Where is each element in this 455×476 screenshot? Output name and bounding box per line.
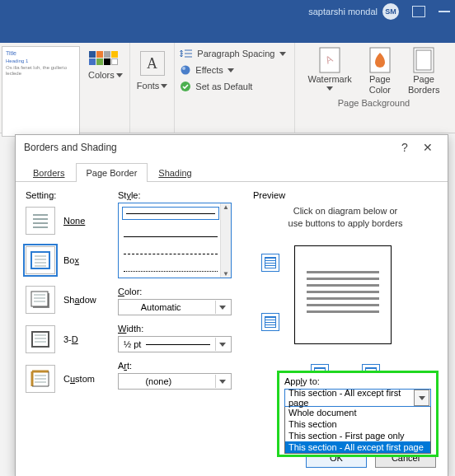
apply-option[interactable]: Whole document (285, 407, 430, 418)
svg-point-0 (181, 66, 190, 75)
user-account[interactable]: saptarshi mondal SM (308, 3, 399, 20)
svg-point-1 (182, 67, 185, 70)
color-label: Color: (118, 287, 242, 296)
svg-rect-18 (31, 292, 48, 306)
style-list[interactable]: ▲▼ (118, 203, 232, 278)
svg-rect-6 (414, 48, 434, 72)
art-value: (none) (145, 376, 171, 386)
apply-option-selected[interactable]: This section - All except first page (285, 441, 430, 453)
tab-borders[interactable]: Borders (22, 163, 76, 182)
apply-to-label: Apply to: (284, 376, 320, 386)
setting-custom-label: Custom (63, 374, 95, 384)
thumb-title: Title (6, 50, 76, 57)
preview-top-border-button[interactable] (261, 254, 279, 272)
art-dropdown[interactable]: (none) (118, 373, 232, 390)
preview-page[interactable] (294, 245, 392, 344)
setting-custom[interactable]: Custom (26, 365, 106, 393)
color-swatch-icon (89, 51, 122, 65)
tab-page-border[interactable]: Page Border (76, 163, 148, 182)
color-dropdown[interactable]: Automatic (118, 299, 232, 315)
username: saptarshi mondal (308, 7, 378, 16)
set-default-label: Set as Default (195, 82, 252, 91)
page-color-icon (367, 46, 393, 74)
setting-box[interactable]: Box (26, 246, 106, 274)
setting-shadow-label: Shadow (63, 295, 96, 305)
apply-option[interactable]: This section (285, 418, 430, 430)
preview-area (253, 239, 438, 354)
colors-label: Colors (88, 70, 115, 80)
fonts-icon: A (140, 51, 165, 76)
width-value: ½ pt (124, 339, 141, 349)
navigation-thumbnail[interactable]: Title Heading 1 Os ilia fenet luh, the g… (2, 46, 80, 137)
effects-button[interactable]: Effects (180, 64, 233, 76)
ribbon: Title Heading 1 Os ilia fenet luh, the g… (0, 23, 455, 133)
setting-shadow[interactable]: Shadow (26, 286, 106, 314)
window-minimize-icon[interactable] (439, 11, 450, 12)
setting-box-icon (26, 246, 55, 274)
chevron-down-icon (279, 52, 286, 56)
setting-none-icon (26, 207, 55, 235)
colors-button[interactable]: Colors (82, 43, 130, 133)
page-background-group-caption: Page Background (338, 98, 410, 108)
setting-3d-icon (26, 325, 55, 353)
watermark-label: Watermark (308, 74, 352, 85)
page-color-button[interactable]: Page Color (367, 46, 393, 95)
effects-icon (180, 64, 191, 76)
thumb-heading: Heading 1 (6, 58, 76, 64)
page-borders-label: Page Borders (408, 74, 440, 95)
apply-option[interactable]: This section - First page only (285, 430, 430, 441)
setting-none[interactable]: None (26, 207, 106, 235)
chevron-down-icon (326, 86, 333, 91)
watermark-icon: A (317, 46, 343, 74)
preview-bottom-border-button[interactable] (261, 313, 279, 331)
paragraph-spacing-icon (180, 48, 193, 59)
dialog-help-icon[interactable]: ? (393, 136, 416, 159)
color-value: Automatic (141, 302, 181, 312)
paragraph-spacing-label: Paragraph Spacing (197, 49, 274, 58)
page-borders-icon (410, 46, 437, 74)
setting-3d[interactable]: 3-D (26, 325, 106, 353)
effects-label: Effects (195, 65, 223, 75)
preview-label: Preview (253, 190, 438, 200)
watermark-button[interactable]: A Watermark (308, 46, 352, 95)
paragraph-spacing-button[interactable]: Paragraph Spacing (180, 48, 285, 59)
setting-shadow-icon (26, 286, 55, 314)
setting-label: Setting: (26, 190, 106, 200)
apply-to-section: Apply to: This section - All except firs… (277, 371, 439, 457)
ribbon-display-options-icon[interactable] (412, 6, 425, 17)
chevron-down-icon (228, 68, 234, 72)
style-scrollbar[interactable]: ▲▼ (220, 203, 231, 278)
chevron-down-icon (215, 375, 229, 388)
dialog-close-icon[interactable]: ✕ (416, 136, 439, 159)
user-avatar: SM (382, 3, 399, 20)
page-color-label: Page Color (369, 74, 391, 95)
fonts-button[interactable]: A Fonts (130, 43, 176, 133)
app-titlebar: saptarshi mondal SM (0, 0, 455, 23)
tab-shading[interactable]: Shading (148, 163, 202, 182)
setting-3d-label: 3-D (63, 334, 78, 344)
fonts-label: Fonts (137, 81, 160, 91)
dialog-title: Borders and Shading (24, 142, 117, 153)
chevron-down-icon (215, 301, 229, 314)
preview-hint: Click on diagram below oruse buttons to … (253, 205, 438, 231)
svg-rect-22 (32, 332, 49, 347)
art-label: Art: (118, 361, 242, 371)
setting-box-label: Box (63, 255, 79, 265)
apply-to-options-list: Whole document This section This section… (284, 407, 431, 454)
width-dropdown[interactable]: ½ pt (118, 336, 232, 352)
apply-to-value: This section - All except first page (288, 388, 414, 408)
chevron-down-icon (161, 84, 167, 88)
setting-none-label: None (63, 216, 85, 226)
dialog-tabs: Borders Page Border Shading (16, 160, 448, 182)
chevron-down-icon (414, 390, 429, 406)
chevron-down-icon (116, 73, 123, 77)
check-icon (180, 81, 191, 92)
width-label: Width: (118, 324, 242, 334)
chevron-down-icon (215, 338, 229, 351)
style-label: Style: (118, 190, 242, 200)
setting-custom-icon (26, 365, 55, 393)
apply-to-dropdown[interactable]: This section - All except first page (284, 389, 431, 407)
set-as-default-button[interactable]: Set as Default (180, 81, 252, 92)
page-borders-button[interactable]: Page Borders (408, 46, 440, 95)
